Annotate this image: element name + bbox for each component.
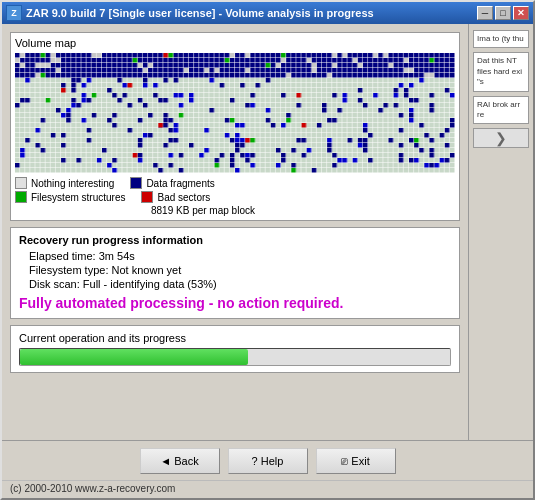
scale-label: 8819 KB per map block (151, 205, 255, 216)
right-sidebar: Ima to (ty thu Dat this NT files hard ex… (468, 24, 533, 440)
nothing-label: Nothing interesting (31, 178, 114, 189)
elapsed-label: Elapsed time: (29, 250, 96, 262)
exit-button[interactable]: ⎚ Exit (316, 448, 396, 474)
elapsed-value: 3m 54s (99, 250, 135, 262)
sidebar-scroll-arrow[interactable]: ❯ (473, 128, 529, 148)
legend: Nothing interesting Data fragments Files… (15, 177, 455, 216)
volume-map-section: Volume map Nothing interesting Data frag… (10, 32, 460, 221)
legend-filesystem: Filesystem structures (15, 191, 125, 203)
back-button[interactable]: ◄ Back (140, 448, 220, 474)
nothing-icon (15, 177, 27, 189)
help-button[interactable]: ? Help (228, 448, 308, 474)
bad-label: Bad sectors (157, 192, 210, 203)
main-panel: Volume map Nothing interesting Data frag… (2, 24, 468, 440)
window-content: Volume map Nothing interesting Data frag… (2, 24, 533, 440)
fs-value: Not known yet (112, 264, 182, 276)
close-button[interactable]: ✕ (513, 6, 529, 20)
elapsed-row: Elapsed time: 3m 54s (19, 250, 451, 262)
sidebar-section-3: RAI brok arr re (473, 96, 529, 125)
data-frag-label: Data fragments (146, 178, 214, 189)
recovery-title: Recovery run progress information (19, 234, 451, 246)
disk-scan-value: Full - identifying data (53%) (83, 278, 217, 290)
fs-label: Filesystem type: (29, 264, 108, 276)
legend-row-1: Nothing interesting Data fragments (15, 177, 455, 189)
window-title: ZAR 9.0 build 7 [Single user license] - … (26, 7, 374, 19)
automated-msg: Fully automated processing - no action r… (19, 294, 451, 312)
sidebar-section-1: Ima to (ty thu (473, 30, 529, 48)
legend-bad: Bad sectors (141, 191, 210, 203)
legend-data-frag: Data fragments (130, 177, 214, 189)
disk-scan-label: Disk scan: (29, 278, 80, 290)
progress-bar-container (19, 348, 451, 366)
fs-row: Filesystem type: Not known yet (19, 264, 451, 276)
data-frag-icon (130, 177, 142, 189)
progress-label: Current operation and its progress (19, 332, 451, 344)
app-icon: Z (6, 5, 22, 21)
legend-nothing: Nothing interesting (15, 177, 114, 189)
title-bar: Z ZAR 9.0 build 7 [Single user license] … (2, 2, 533, 24)
filesystem-label: Filesystem structures (31, 192, 125, 203)
main-window: Z ZAR 9.0 build 7 [Single user license] … (0, 0, 535, 500)
copyright: (c) 2000-2010 www.z-a-recovery.com (2, 480, 533, 498)
volume-map-label: Volume map (15, 37, 455, 49)
disk-scan-row: Disk scan: Full - identifying data (53%) (19, 278, 451, 290)
progress-bar-fill (20, 349, 248, 365)
progress-section: Current operation and its progress (10, 325, 460, 373)
window-controls: ─ □ ✕ (477, 6, 529, 20)
legend-row-3: 8819 KB per map block (15, 205, 455, 216)
footer: ◄ Back ? Help ⎚ Exit (2, 440, 533, 480)
recovery-section: Recovery run progress information Elapse… (10, 227, 460, 319)
minimize-button[interactable]: ─ (477, 6, 493, 20)
bad-icon (141, 191, 153, 203)
filesystem-icon (15, 191, 27, 203)
sidebar-section-2: Dat this NT files hard exi "s (473, 52, 529, 91)
volume-map-canvas (15, 53, 455, 173)
title-bar-left: Z ZAR 9.0 build 7 [Single user license] … (6, 5, 374, 21)
legend-row-2: Filesystem structures Bad sectors (15, 191, 455, 203)
legend-scale: 8819 KB per map block (151, 205, 255, 216)
volume-map-wrapper (15, 53, 455, 173)
maximize-button[interactable]: □ (495, 6, 511, 20)
